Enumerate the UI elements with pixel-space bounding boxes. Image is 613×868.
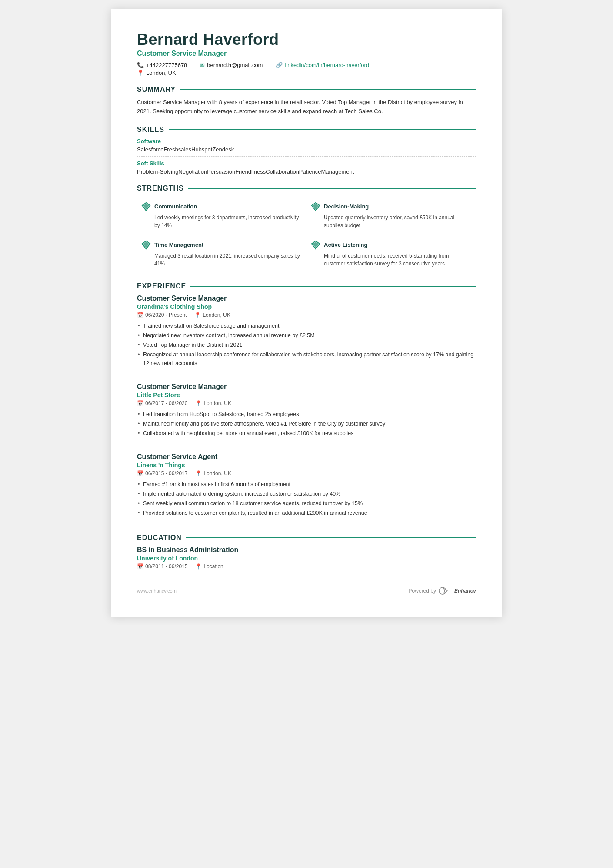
- email-contact: ✉ bernard.h@gmail.com: [200, 62, 263, 68]
- pin-icon-4: 📍: [195, 563, 202, 570]
- exp-linens-meta: 📅 06/2015 - 06/2017 📍 London, UK: [137, 470, 476, 476]
- exp-linens-company: Linens 'n Things: [137, 462, 476, 469]
- exp-grandma-dates: 📅 06/2020 - Present: [137, 312, 187, 318]
- contact-row: 📞 +442227775678 ✉ bernard.h@gmail.com 🔗 …: [137, 62, 476, 68]
- diamond-icon-2: [311, 202, 320, 211]
- resume-page: Bernard Haverford Customer Service Manag…: [111, 9, 502, 617]
- edu-dates: 📅 08/2011 - 06/2015: [137, 563, 187, 570]
- exp-grandma-company: Grandma's Clothing Shop: [137, 303, 476, 310]
- strength-communication: Communication Led weekly meetings for 3 …: [137, 197, 306, 235]
- candidate-name: Bernard Haverford: [137, 30, 476, 49]
- edu-item: BS in Business Administration University…: [137, 546, 476, 570]
- skills-title: SKILLS: [137, 126, 164, 134]
- svg-point-12: [439, 587, 446, 594]
- experience-line: [190, 286, 476, 287]
- softskills-label: Soft Skills: [137, 160, 476, 167]
- calendar-icon-3: 📅: [137, 470, 143, 476]
- edu-location: 📍 Location: [195, 563, 223, 570]
- exp-linens-title: Customer Service Agent: [137, 453, 476, 461]
- bullet-item: Negotiated new inventory contract, incre…: [137, 331, 476, 340]
- linkedin-contact[interactable]: 🔗 linkedin/com/in/bernard-haverford: [276, 62, 369, 68]
- strength-time-title: Time Management: [154, 241, 203, 248]
- strength-decision-header: Decision-Making: [311, 202, 472, 211]
- experience-header: EXPERIENCE: [137, 282, 476, 290]
- diamond-icon: [141, 202, 151, 211]
- skill-divider: [137, 156, 476, 157]
- strengths-line: [188, 188, 476, 189]
- edu-meta: 📅 08/2011 - 06/2015 📍 Location: [137, 563, 476, 570]
- skills-categories: Software SalesforceFreshsalesHubspotZend…: [137, 138, 476, 175]
- exp-petstore-title: Customer Service Manager: [137, 383, 476, 391]
- strength-time: Time Management Managed 3 retail locatio…: [137, 235, 306, 273]
- strength-decision-desc: Updated quarterly inventory order, saved…: [311, 214, 472, 229]
- education-header: EDUCATION: [137, 534, 476, 542]
- pin-icon-2: 📍: [195, 400, 202, 406]
- bullet-item: Provided solutions to customer complaint…: [137, 509, 476, 517]
- link-icon: 🔗: [276, 62, 283, 68]
- summary-header: SUMMARY: [137, 86, 476, 94]
- strength-communication-header: Communication: [141, 202, 302, 211]
- bullet-item: Implemented automated ordering system, i…: [137, 489, 476, 498]
- education-section: EDUCATION BS in Business Administration …: [137, 534, 476, 570]
- diamond-icon-3: [141, 240, 151, 250]
- strengths-header: STRENGTHS: [137, 184, 476, 192]
- edu-school: University of London: [137, 555, 476, 562]
- strength-listening: Active Listening Mindful of customer nee…: [306, 235, 476, 273]
- exp-grandma-location: 📍 London, UK: [194, 312, 230, 318]
- exp-grandma-meta: 📅 06/2020 - Present 📍 London, UK: [137, 312, 476, 318]
- linkedin-link[interactable]: linkedin/com/in/bernard-haverford: [285, 62, 369, 68]
- skills-header: SKILLS: [137, 126, 476, 134]
- strength-listening-title: Active Listening: [324, 241, 367, 248]
- skills-line: [169, 129, 476, 130]
- summary-text: Customer Service Manager with 8 years of…: [137, 98, 476, 116]
- edu-degree: BS in Business Administration: [137, 546, 476, 554]
- phone-icon: 📞: [137, 62, 144, 68]
- summary-title: SUMMARY: [137, 86, 176, 94]
- exp-petstore-company: Little Pet Store: [137, 392, 476, 399]
- strength-time-desc: Managed 3 retail location in 2021, incre…: [141, 252, 302, 268]
- location-icon: 📍: [137, 70, 144, 76]
- strength-communication-title: Communication: [154, 203, 197, 210]
- bullet-item: Recognized at annual leadership conferen…: [137, 350, 476, 368]
- exp-linens-location: 📍 London, UK: [195, 470, 231, 476]
- powered-by-text: Powered by: [409, 588, 436, 594]
- bullet-item: Led transition from HubSpot to Salesforc…: [137, 410, 476, 419]
- education-line: [186, 537, 476, 538]
- phone-number: +442227775678: [146, 62, 187, 68]
- software-label: Software: [137, 138, 476, 144]
- exp-petstore: Customer Service Manager Little Pet Stor…: [137, 383, 476, 445]
- email-address: bernard.h@gmail.com: [207, 62, 263, 68]
- resume-header: Bernard Haverford Customer Service Manag…: [137, 30, 476, 76]
- bullet-item: Sent weekly email communication to 18 cu…: [137, 499, 476, 508]
- exp-linens-dates: 📅 06/2015 - 06/2017: [137, 470, 187, 476]
- bullet-item: Earned #1 rank in most sales in first 6 …: [137, 480, 476, 489]
- strength-listening-desc: Mindful of customer needs, received 5-st…: [311, 252, 472, 268]
- exp-petstore-dates: 📅 06/2017 - 06/2020: [137, 400, 187, 406]
- bullet-item: Maintained friendly and positive store a…: [137, 419, 476, 428]
- strengths-grid: Communication Led weekly meetings for 3 …: [137, 197, 476, 273]
- exp-grandma-title: Customer Service Manager: [137, 295, 476, 302]
- bullet-item: Collaborated with neighboring pet store …: [137, 429, 476, 438]
- brand-name: Enhancv: [454, 588, 476, 594]
- bullet-item: Trained new staff on Salesforce usage an…: [137, 322, 476, 330]
- location-row: 📍 London, UK: [137, 70, 476, 76]
- experience-title: EXPERIENCE: [137, 282, 186, 290]
- skills-section: SKILLS Software SalesforceFreshsalesHubs…: [137, 126, 476, 175]
- footer-website: www.enhancv.com: [137, 588, 177, 593]
- calendar-icon: 📅: [137, 312, 143, 318]
- exp-linens-bullets: Earned #1 rank in most sales in first 6 …: [137, 480, 476, 517]
- strength-decision-title: Decision-Making: [324, 203, 369, 210]
- location-text: London, UK: [146, 70, 176, 76]
- pin-icon: 📍: [194, 312, 201, 318]
- footer-brand: Powered by Enhancv: [409, 587, 476, 595]
- strengths-section: STRENGTHS Communication Led weekly meeti…: [137, 184, 476, 273]
- exp-grandma-bullets: Trained new staff on Salesforce usage an…: [137, 322, 476, 368]
- experience-section: EXPERIENCE Customer Service Manager Gran…: [137, 282, 476, 524]
- exp-petstore-meta: 📅 06/2017 - 06/2020 📍 London, UK: [137, 400, 476, 406]
- diamond-icon-4: [311, 240, 320, 250]
- softskills-values: Problem-SolvingNegotiationPersuasionFrie…: [137, 168, 476, 175]
- calendar-icon-2: 📅: [137, 400, 143, 406]
- email-icon: ✉: [200, 62, 205, 68]
- calendar-icon-4: 📅: [137, 563, 143, 570]
- phone-contact: 📞 +442227775678: [137, 62, 187, 68]
